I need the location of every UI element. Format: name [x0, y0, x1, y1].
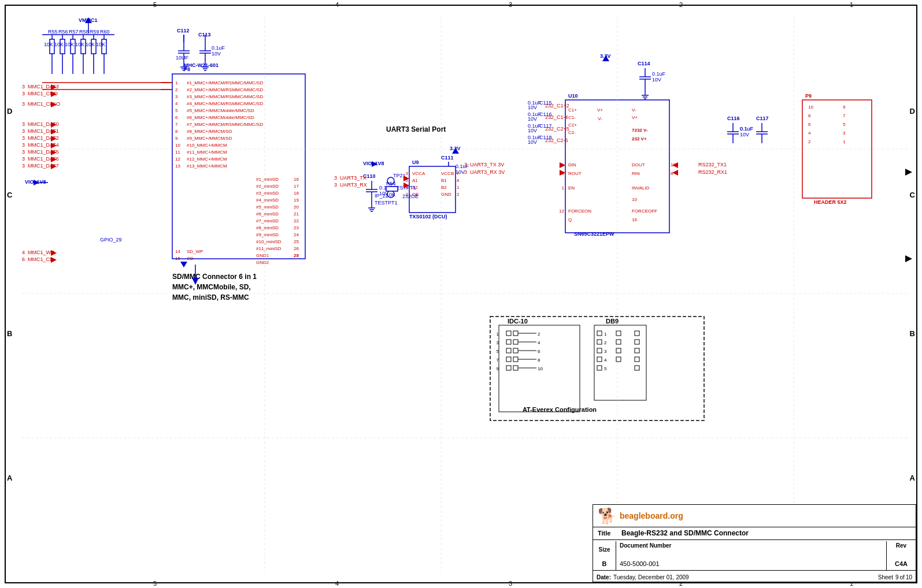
svg-text:C117: C117 [756, 116, 769, 121]
svg-text:10V: 10V [528, 128, 537, 133]
svg-text:6: 6 [22, 256, 25, 262]
svg-text:#6_MMC+/MMCMobile/MMC/SD: #6_MMC+/MMCMobile/MMC/SD [187, 115, 254, 120]
svg-text:7: 7 [843, 113, 846, 118]
svg-text:18: 18 [294, 191, 299, 196]
svg-text:U9: U9 [412, 159, 419, 165]
svg-text:#3_MMC+/MMCM/RSMMC/MMC/SD: #3_MMC+/MMCM/RSMMC/MMC/SD [187, 94, 263, 99]
svg-text:3: 3 [334, 175, 337, 181]
date-label: Date: [593, 574, 611, 580]
svg-text:10V: 10V [528, 139, 537, 145]
svg-text:CD: CD [187, 256, 194, 261]
svg-rect-352 [616, 331, 621, 336]
svg-text:23: 23 [294, 225, 299, 230]
svg-text:R58: R58 [79, 29, 89, 35]
svg-text:3: 3 [22, 121, 25, 127]
svg-text:8: 8 [538, 358, 540, 363]
svg-text:IDC-10: IDC-10 [508, 318, 528, 325]
svg-text:16: 16 [294, 177, 299, 182]
svg-text:232 V+: 232 V+ [632, 136, 647, 142]
svg-text:24: 24 [294, 232, 299, 237]
svg-marker-374 [905, 169, 912, 176]
svg-text:#7_MMC+/MMCM/RSMMC/MMC/SD: #7_MMC+/MMCM/RSMMC/MMC/SD [187, 122, 263, 127]
svg-text:2: 2 [175, 87, 178, 92]
svg-text:#9_MMC+/MMCM/SD: #9_MMC+/MMCM/SD [187, 136, 232, 141]
svg-marker-285 [672, 170, 678, 176]
svg-text:#9_miniSD: #9_miniSD [256, 232, 279, 237]
svg-text:#12_MMC+/MMCM: #12_MMC+/MMCM [187, 157, 227, 162]
svg-text:8: 8 [175, 129, 178, 134]
svg-text:3: 3 [406, 171, 409, 176]
svg-text:3: 3 [22, 142, 25, 148]
svg-rect-206 [386, 187, 398, 191]
svg-text:10K: 10K [96, 42, 105, 47]
svg-text:R55: R55 [48, 29, 58, 35]
svg-text:RIN: RIN [632, 171, 640, 176]
svg-text:UART3_TX 3V: UART3_TX 3V [470, 162, 504, 168]
svg-text:4: 4 [538, 340, 540, 345]
svg-text:V-: V- [598, 116, 602, 121]
svg-text:C117: C117 [539, 123, 552, 129]
svg-rect-360 [635, 366, 639, 370]
svg-text:10V: 10V [528, 116, 537, 122]
svg-text:6: 6 [175, 115, 178, 120]
svg-text:#3_miniSD: #3_miniSD [256, 191, 279, 196]
svg-text:232OE: 232OE [402, 193, 419, 199]
svg-text:AT-Everex Configuration: AT-Everex Configuration [523, 406, 597, 413]
svg-text:Q: Q [568, 217, 572, 222]
svg-text:3: 3 [464, 162, 467, 168]
svg-text:6: 6 [538, 349, 540, 354]
title-label: Title [598, 530, 618, 537]
svg-text:7: 7 [497, 358, 499, 363]
svg-text:P9: P9 [805, 93, 812, 99]
svg-text:3: 3 [22, 149, 25, 155]
svg-text:3: 3 [175, 94, 178, 99]
svg-text:GND2: GND2 [256, 260, 269, 265]
svg-marker-149 [51, 257, 57, 263]
svg-text:3: 3 [604, 349, 607, 354]
svg-rect-355 [616, 357, 621, 362]
svg-text:3: 3 [22, 84, 25, 90]
svg-text:4: 4 [175, 101, 178, 106]
svg-text:10: 10 [538, 366, 543, 371]
svg-text:4: 4 [22, 250, 25, 255]
svg-text:SN65C3221EPW: SN65C3221EPW [574, 231, 614, 237]
svg-text:HEADER 5X2: HEADER 5X2 [814, 199, 847, 205]
svg-text:R54: R54 [386, 181, 396, 187]
svg-text:3: 3 [22, 91, 25, 96]
svg-rect-344 [597, 340, 602, 344]
svg-text:FORCEOFF: FORCEOFF [632, 209, 657, 214]
svg-rect-348 [597, 357, 602, 362]
svg-rect-354 [616, 348, 621, 353]
svg-text:C1-: C1- [568, 115, 576, 120]
svg-text:TXS0102 (DCU): TXS0102 (DCU) [409, 214, 447, 219]
svg-text:C1+: C1+ [568, 107, 577, 113]
svg-text:10V: 10V [740, 132, 749, 137]
svg-text:3: 3 [464, 169, 467, 175]
svg-text:5: 5 [843, 122, 846, 127]
svg-text:0.1uF: 0.1uF [740, 126, 754, 132]
svg-text:MMC+, MMCMobile, SD,: MMC+, MMCMobile, SD, [172, 283, 251, 291]
svg-text:1: 1 [843, 139, 846, 144]
svg-text:C116: C116 [727, 116, 740, 121]
svg-text:V-: V- [632, 107, 636, 113]
svg-text:R56: R56 [58, 29, 68, 35]
svg-rect-316 [513, 331, 518, 336]
of-label: of [900, 574, 906, 580]
svg-text:#2_miniSD: #2_miniSD [256, 184, 279, 189]
svg-rect-320 [513, 340, 518, 344]
svg-text:0.1uF: 0.1uF [212, 45, 225, 51]
svg-text:MHC-W21-601: MHC-W21-601 [184, 62, 219, 68]
svg-text:INVALID: INVALID [632, 185, 650, 191]
svg-text:20: 20 [294, 204, 299, 210]
svg-rect-340 [594, 325, 646, 400]
svg-text:RS232_RX1: RS232_RX1 [698, 169, 727, 175]
svg-text:8: 8 [671, 171, 673, 176]
svg-text:#4_MMC+/MMCM/RSMMC/MMC/SD: #4_MMC+/MMCM/RSMMC/MMC/SD [187, 101, 263, 106]
svg-text:9: 9 [843, 105, 846, 110]
svg-text:10K: 10K [75, 42, 84, 47]
svg-text:2: 2 [604, 340, 607, 345]
svg-rect-315 [506, 331, 511, 336]
svg-text:7: 7 [175, 122, 178, 127]
svg-text:#7_miniSD: #7_miniSD [256, 218, 279, 224]
rev-label: Rev [896, 542, 906, 549]
